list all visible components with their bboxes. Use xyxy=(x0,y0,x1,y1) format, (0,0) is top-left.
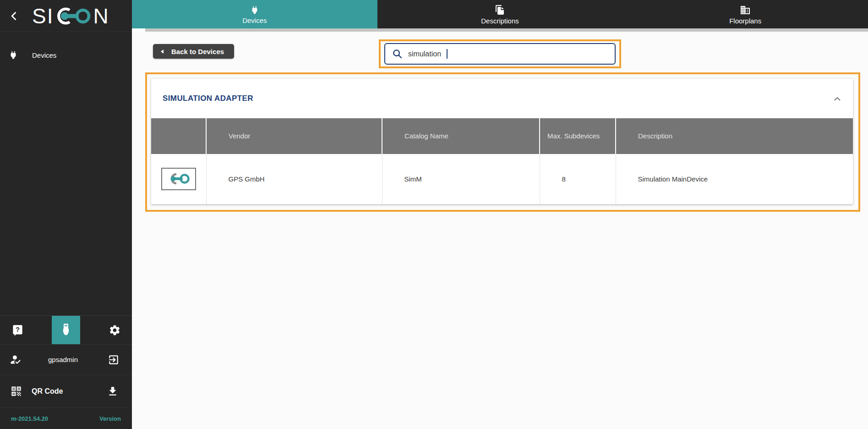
version-value: m-2021.54.20 xyxy=(11,415,48,422)
download-icon xyxy=(107,385,119,397)
tab-bar: Devices Descriptions Floorplans xyxy=(132,0,868,28)
svg-text:?: ? xyxy=(16,326,20,333)
devices-mode-button[interactable] xyxy=(52,316,80,344)
search-icon xyxy=(392,48,403,60)
header-vendor: Vendor xyxy=(206,118,382,154)
header-max-subdevices: Max. Subdevices xyxy=(540,118,616,154)
cell-description: Simulation MainDevice xyxy=(616,154,853,204)
search-input-value: simulation xyxy=(408,49,441,59)
main-area: Devices Descriptions Floorplans Back to … xyxy=(132,0,868,429)
search-highlight-box: simulation xyxy=(379,39,621,68)
horizontal-scrollbar-track[interactable] xyxy=(145,28,868,32)
tab-label: Descriptions xyxy=(481,17,519,25)
cell-catalog-name: SimM xyxy=(382,154,540,204)
sidebar-header: SI N xyxy=(0,0,132,32)
app-logo: SI N xyxy=(32,6,109,27)
search-input[interactable]: simulation xyxy=(384,43,616,65)
sidebar-spacer xyxy=(0,66,132,315)
usb-icon xyxy=(59,322,73,338)
username-label: gpsadmin xyxy=(22,356,104,363)
qr-code-label: QR Code xyxy=(32,387,104,396)
tab-descriptions[interactable]: Descriptions xyxy=(377,0,623,28)
content-area: Back to Devices simulation SIMULATION AD… xyxy=(132,32,868,429)
chevron-up-icon xyxy=(832,94,843,104)
building-icon xyxy=(740,5,751,16)
sidebar-item-label: Devices xyxy=(32,51,56,59)
logout-icon xyxy=(108,354,120,366)
device-icon-cell xyxy=(151,154,206,204)
simulation-adapter-panel: SIMULATION ADAPTER Vendor Catalog Name xyxy=(151,79,853,204)
cell-max-subdevices: 8 xyxy=(540,154,616,204)
panel-highlight-box: SIMULATION ADAPTER Vendor Catalog Name xyxy=(145,72,860,212)
header-catalog-name: Catalog Name xyxy=(382,118,540,154)
collapse-sidebar-button[interactable] xyxy=(6,7,22,25)
arrow-left-icon xyxy=(160,49,164,54)
user-check-icon xyxy=(9,353,22,366)
logo-text-left: SI xyxy=(32,6,54,27)
back-button-label: Back to Devices xyxy=(171,48,224,55)
header-icon-column xyxy=(151,118,206,154)
device-link-icon xyxy=(167,172,191,186)
horizontal-scrollbar xyxy=(132,28,868,32)
sidebar: SI N Devices ? xyxy=(0,0,132,429)
adapter-table: Vendor Catalog Name Max. Subdevices Desc… xyxy=(151,118,853,204)
qr-code-row: QR Code xyxy=(0,374,132,407)
cell-vendor: GPS GmbH xyxy=(206,154,382,204)
header-description: Description xyxy=(616,118,853,154)
version-row: m-2021.54.20 Version xyxy=(0,407,132,429)
table-row[interactable]: GPS GmbH SimM 8 Simulation MainDevice xyxy=(151,154,853,204)
help-icon: ? xyxy=(11,324,24,336)
back-to-devices-button[interactable]: Back to Devices xyxy=(153,44,234,59)
settings-button[interactable] xyxy=(105,321,124,339)
collapse-panel-button[interactable] xyxy=(830,92,845,106)
plug-icon xyxy=(250,5,260,15)
plug-icon xyxy=(8,50,18,60)
user-row: gpsadmin xyxy=(0,344,132,374)
logo-text-right: N xyxy=(93,6,109,27)
text-cursor xyxy=(447,49,448,59)
help-button[interactable]: ? xyxy=(8,321,27,339)
settings-icon xyxy=(109,324,121,336)
logo-link-icon xyxy=(55,6,92,27)
download-qr-button[interactable] xyxy=(104,382,122,401)
panel-title: SIMULATION ADAPTER xyxy=(163,94,253,103)
tab-label: Devices xyxy=(242,16,267,24)
tab-floorplans[interactable]: Floorplans xyxy=(622,0,868,28)
tab-label: Floorplans xyxy=(729,17,761,25)
panel-header: SIMULATION ADAPTER xyxy=(151,79,853,118)
logout-button[interactable] xyxy=(104,351,123,369)
version-label: Version xyxy=(99,415,121,422)
table-header-row: Vendor Catalog Name Max. Subdevices Desc… xyxy=(151,118,853,154)
documents-icon xyxy=(495,5,506,16)
chevron-left-icon xyxy=(8,10,20,22)
device-logo-box xyxy=(161,168,196,190)
sidebar-item-devices[interactable]: Devices xyxy=(0,44,132,66)
sidebar-tool-row: ? xyxy=(0,315,132,344)
tab-devices[interactable]: Devices xyxy=(132,0,377,28)
qr-code-icon xyxy=(10,385,22,397)
